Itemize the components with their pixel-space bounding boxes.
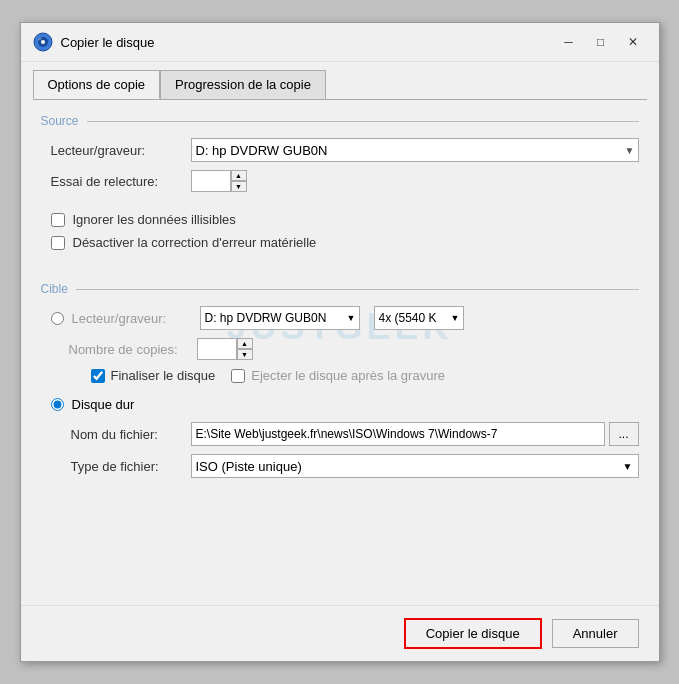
- source-section-label: Source: [41, 114, 639, 128]
- footer: Copier le disque Annuler: [21, 605, 659, 661]
- cible-section-label: Cible: [41, 282, 639, 296]
- disque-dur-label: Disque dur: [72, 397, 135, 412]
- essai-up-button[interactable]: ▲: [231, 170, 247, 181]
- type-fichier-row: Type de fichier: ISO (Piste unique) ▼: [41, 454, 639, 478]
- source-lecteur-wrapper: D: hp DVDRW GUB0N ▼: [191, 138, 639, 162]
- ejecter-label: Ejecter le disque après la gravure: [251, 368, 445, 383]
- nombre-up-button[interactable]: ▲: [237, 338, 253, 349]
- finaliser-row: Finaliser le disque Ejecter le disque ap…: [41, 368, 639, 383]
- type-fichier-select[interactable]: ISO (Piste unique): [191, 454, 639, 478]
- divider-2: [41, 258, 639, 270]
- title-bar-left: Copier le disque: [33, 32, 155, 52]
- finaliser-item: Finaliser le disque: [91, 368, 216, 383]
- close-button[interactable]: ✕: [619, 31, 647, 53]
- title-bar: Copier le disque ─ □ ✕: [21, 23, 659, 62]
- ignorer-row: Ignorer les données illisibles: [41, 212, 639, 227]
- browse-button[interactable]: ...: [609, 422, 639, 446]
- essai-row: Essai de relecture: 3 ▲ ▼: [41, 170, 639, 192]
- nombre-row: Nombre de copies: 1 ▲ ▼: [41, 338, 639, 360]
- ejecter-item: Ejecter le disque après la gravure: [231, 368, 445, 383]
- desactiver-checkbox[interactable]: [51, 236, 65, 250]
- title-bar-controls: ─ □ ✕: [555, 31, 647, 53]
- cible-lecteur-label: Lecteur/graveur:: [72, 311, 192, 326]
- divider-1: [41, 200, 639, 212]
- essai-down-button[interactable]: ▼: [231, 181, 247, 192]
- type-select-wrapper: ISO (Piste unique) ▼: [191, 454, 639, 478]
- nombre-spinner-buttons: ▲ ▼: [237, 338, 253, 360]
- nom-fichier-row: Nom du fichier: ...: [41, 422, 639, 446]
- source-lecteur-select[interactable]: D: hp DVDRW GUB0N: [191, 138, 639, 162]
- cible-lecteur-row: Lecteur/graveur: D: hp DVDRW GUB0N ▼ 4x …: [41, 306, 639, 330]
- cible-lecteur-radio[interactable]: [51, 312, 64, 325]
- cible-speed-select[interactable]: 4x (5540 K: [374, 306, 464, 330]
- disque-dur-row: Disque dur: [41, 397, 639, 412]
- type-fichier-label: Type de fichier:: [71, 459, 191, 474]
- maximize-button[interactable]: □: [587, 31, 615, 53]
- nombre-spinner: 1 ▲ ▼: [197, 338, 253, 360]
- desactiver-row: Désactiver la correction d'erreur matéri…: [41, 235, 639, 250]
- nombre-label: Nombre de copies:: [69, 342, 189, 357]
- disque-dur-section: Disque dur Nom du fichier: ... Type de f…: [41, 397, 639, 478]
- ignorer-label: Ignorer les données illisibles: [73, 212, 236, 227]
- nombre-input[interactable]: 1: [197, 338, 237, 360]
- cancel-button[interactable]: Annuler: [552, 619, 639, 648]
- essai-spinner: 3 ▲ ▼: [191, 170, 247, 192]
- desactiver-label: Désactiver la correction d'erreur matéri…: [73, 235, 317, 250]
- essai-label: Essai de relecture:: [51, 174, 191, 189]
- tab-options[interactable]: Options de copie: [33, 70, 161, 99]
- tab-progression[interactable]: Progression de la copie: [160, 70, 326, 99]
- svg-point-2: [41, 40, 45, 44]
- ejecter-checkbox[interactable]: [231, 369, 245, 383]
- source-lecteur-label: Lecteur/graveur:: [51, 143, 191, 158]
- finaliser-label: Finaliser le disque: [111, 368, 216, 383]
- copy-button[interactable]: Copier le disque: [404, 618, 542, 649]
- nom-fichier-label: Nom du fichier:: [71, 427, 191, 442]
- source-lecteur-row: Lecteur/graveur: D: hp DVDRW GUB0N ▼: [41, 138, 639, 162]
- disque-dur-radio[interactable]: [51, 398, 64, 411]
- cible-lecteur-select[interactable]: D: hp DVDRW GUB0N: [200, 306, 360, 330]
- essai-spinner-buttons: ▲ ▼: [231, 170, 247, 192]
- nom-fichier-input[interactable]: [191, 422, 605, 446]
- finaliser-checkbox[interactable]: [91, 369, 105, 383]
- nombre-down-button[interactable]: ▼: [237, 349, 253, 360]
- minimize-button[interactable]: ─: [555, 31, 583, 53]
- tabs-bar: Options de copie Progression de la copie: [21, 62, 659, 99]
- window-title: Copier le disque: [61, 35, 155, 50]
- essai-input[interactable]: 3: [191, 170, 231, 192]
- content-area: JUSTGEEK Source Lecteur/graveur: D: hp D…: [21, 100, 659, 605]
- main-window: Copier le disque ─ □ ✕ Options de copie …: [20, 22, 660, 662]
- ignorer-checkbox[interactable]: [51, 213, 65, 227]
- disc-icon: [33, 32, 53, 52]
